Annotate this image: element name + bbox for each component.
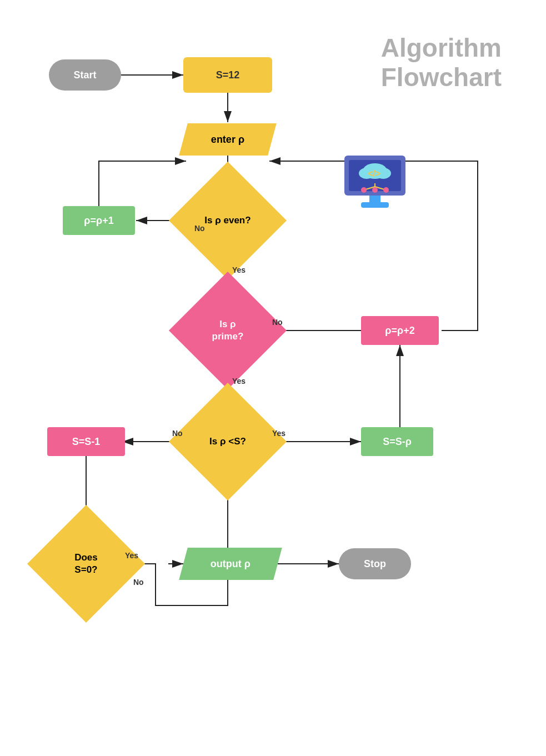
is-p-lt-s-label: Is ρ <S? [194,435,261,448]
s-s-minus-1-shape: S=S-1 [47,427,125,456]
is-p-lt-s-shape: Is ρ <S? [186,400,269,483]
svg-rect-21 [361,202,389,208]
arrows-svg [0,0,546,756]
is-p-prime-label: Is ρprime? [194,318,261,343]
is-p-prime-shape: Is ρprime? [186,289,269,372]
enter-p-shape: enter ρ [183,123,272,156]
s-s-minus-1-label: S=S-1 [72,436,101,448]
enter-p-label: enter ρ [211,134,244,146]
does-s-0-label: DoesS=0? [53,552,119,576]
flowchart-container: AlgorithmFlowchart [0,0,546,756]
s12-label: S=12 [216,69,240,81]
start-shape: Start [49,59,121,91]
s-s-minus-p-shape: S=S-ρ [361,427,433,456]
s12-shape: S=12 [183,57,272,93]
computer-icon: </> [339,150,411,211]
does-s-0-shape: DoesS=0? [44,522,128,605]
s-s-minus-p-label: S=S-ρ [383,436,412,448]
no-label-lt-s: No [172,429,183,438]
is-p-even-shape: Is ρ even? [186,179,269,262]
svg-point-26 [361,187,367,193]
yes-label-prime: Yes [232,377,246,385]
p-p1-label: ρ=ρ+1 [84,215,113,227]
yes-label-lt-s: Yes [272,429,285,438]
svg-text:</>: </> [368,169,380,178]
svg-rect-20 [369,196,380,203]
output-p-shape: output ρ [183,548,278,580]
stop-shape: Stop [339,548,411,579]
no-label-even: No [194,224,205,233]
yes-label-s0: Yes [125,551,138,560]
start-label: Start [73,69,96,81]
svg-point-25 [372,187,378,193]
no-label-prime: No [272,318,283,327]
stop-label: Stop [364,558,386,570]
p-p1-shape: ρ=ρ+1 [63,206,135,235]
yes-label-even: Yes [232,266,246,274]
p-p2-shape: ρ=ρ+2 [361,316,439,345]
p-p2-label: ρ=ρ+2 [385,325,414,337]
output-p-label: output ρ [211,558,251,570]
chart-title: AlgorithmFlowchart [381,33,502,92]
no-label-s0: No [133,578,144,587]
svg-point-27 [383,187,389,193]
